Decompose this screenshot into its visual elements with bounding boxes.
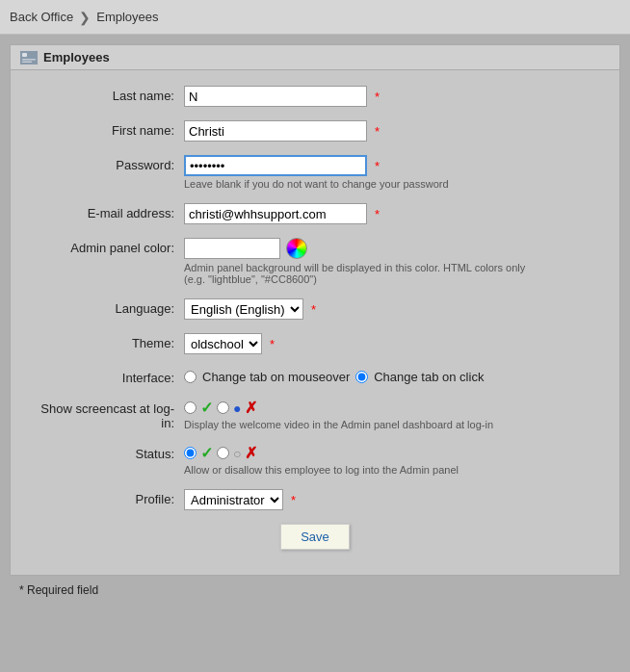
profile-label: Profile: [30,489,184,506]
employees-panel: Employees Last name: * First name: [10,44,620,576]
last-name-input[interactable] [184,86,367,107]
screencast-hint: Display the welcome video in the Admin p… [184,419,493,430]
language-select[interactable]: English (English) [184,298,303,320]
status-label: Status: [30,444,184,461]
interface-mouseover-label: Change tab on mouseover [202,370,350,384]
profile-row: Profile: Administrator * [30,489,600,510]
status-radio-active[interactable] [184,447,197,459]
interface-click-label: Change tab on click [374,370,484,384]
first-name-label: First name: [30,120,184,138]
first-name-required: * [375,124,380,139]
screencast-label: Show screencast at log-in: [30,399,184,430]
status-hint: Allow or disallow this employee to log i… [184,464,459,476]
email-field-container: * [184,203,380,224]
svg-rect-1 [22,53,27,57]
language-field: English (English) * [184,298,316,320]
admin-color-hint: Admin panel background will be displayed… [184,262,531,285]
status-field: ✓ ○ ✗ Allow or disallow this employee to… [184,444,459,476]
panel-title: Employees [43,50,110,65]
save-row: Save [30,524,600,550]
color-wheel-icon[interactable] [286,238,307,259]
theme-row: Theme: oldschool * [30,333,600,354]
admin-color-input[interactable] [184,238,280,259]
breadcrumb-separator: ❯ [79,10,91,25]
screencast-info-icon: ● [233,401,241,416]
panel-header: Employees [11,45,619,70]
save-button[interactable]: Save [280,524,350,550]
first-name-row: First name: * [30,120,600,142]
interface-radio-click[interactable] [355,371,368,383]
language-row: Language: English (English) * [30,298,600,320]
language-required: * [311,302,316,317]
status-row: Status: ✓ ○ ✗ Allow or disallow this emp… [30,444,600,476]
interface-label: Interface: [30,368,184,385]
password-field: * Leave blank if you do not want to chan… [184,155,449,190]
last-name-label: Last name: [30,86,184,103]
language-label: Language: [30,298,184,316]
screencast-cross-icon: ✗ [245,399,257,417]
theme-required: * [270,337,275,351]
employees-icon [20,51,38,65]
last-name-required: * [375,90,380,104]
admin-color-field: Admin panel background will be displayed… [184,238,531,285]
password-hint: Leave blank if you do not want to change… [184,178,449,190]
interface-radio-group: Change tab on mouseover Change tab on cl… [184,368,484,384]
theme-field: oldschool * [184,333,275,354]
password-row: Password: * Leave blank if you do not wa… [30,155,600,190]
svg-rect-2 [22,59,36,61]
required-note: * Required field [10,576,620,605]
panel-body: Last name: * First name: * [11,70,619,575]
admin-color-row: Admin panel color: Admin panel backgroun… [30,238,600,285]
interface-row: Interface: Change tab on mouseover Chang… [30,368,600,385]
svg-rect-3 [22,61,32,63]
first-name-field: * [184,120,380,142]
screencast-check-icon: ✓ [200,399,213,417]
profile-select[interactable]: Administrator [184,489,283,510]
interface-radio-mouseover[interactable] [184,371,197,383]
first-name-input[interactable] [184,120,367,142]
status-check-icon: ✓ [200,444,213,462]
profile-field: Administrator * [184,489,296,510]
email-label: E-mail address: [30,203,184,220]
status-neutral-icon: ○ [233,446,241,461]
main-content: Employees Last name: * First name: [0,35,630,672]
password-label: Password: [30,155,184,172]
breadcrumb-parent[interactable]: Back Office [10,10,73,24]
password-required: * [375,159,380,173]
theme-select[interactable]: oldschool [184,333,262,354]
password-input[interactable] [184,155,367,176]
screencast-radio-yes[interactable] [217,401,229,414]
email-required: * [375,207,380,221]
last-name-row: Last name: * [30,86,600,107]
screencast-radio-default[interactable] [184,401,197,414]
email-row: E-mail address: * [30,203,600,224]
screencast-field: ✓ ● ✗ Display the welcome video in the A… [184,399,493,430]
interface-field: Change tab on mouseover Change tab on cl… [184,368,484,384]
last-name-field: * [184,86,380,107]
breadcrumb-bar: Back Office ❯ Employees [0,0,630,35]
email-input[interactable] [184,203,367,224]
breadcrumb-current: Employees [96,10,158,24]
profile-required: * [291,493,296,507]
screencast-row: Show screencast at log-in: ✓ ● ✗ Display… [30,399,600,430]
status-radio-inactive[interactable] [217,447,229,459]
screencast-radio-group: ✓ ● ✗ [184,399,493,417]
admin-color-label: Admin panel color: [30,238,184,255]
theme-label: Theme: [30,333,184,350]
status-cross-icon: ✗ [245,444,257,462]
status-radio-group: ✓ ○ ✗ [184,444,459,462]
